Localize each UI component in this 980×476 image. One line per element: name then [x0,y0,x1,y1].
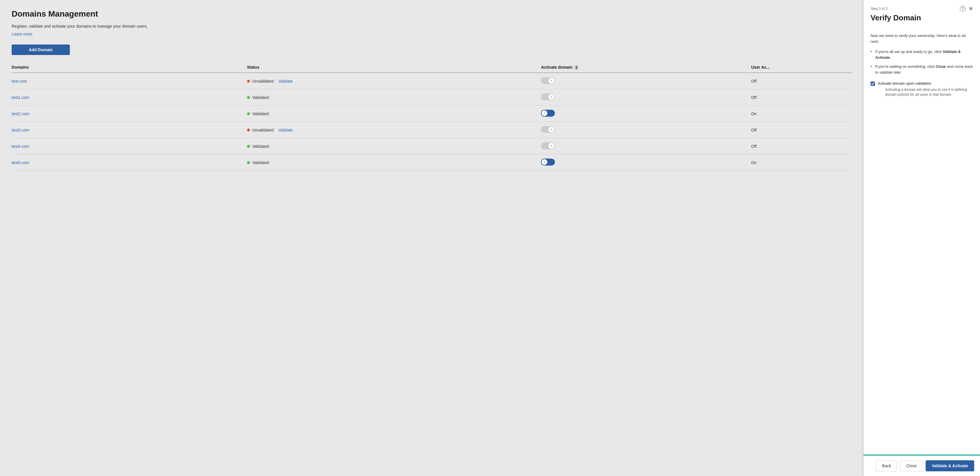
panel-body: Now we need to verify your ownership. He… [864,27,980,454]
activate-toggle[interactable]: ✕ [541,77,555,84]
domain-link[interactable]: test3.com [12,128,29,132]
status-dot [247,129,250,132]
domain-link[interactable]: test2.com [12,111,29,116]
status-text: Validated [252,111,269,116]
domain-link[interactable]: test.com [12,79,27,83]
activate-toggle[interactable]: ✓ [541,110,555,117]
panel-header: Step 3 of 3 ? ✕ Verify Domain [864,0,980,27]
panel-footer: Back Close Validate & Activate [864,455,980,476]
status-text: Validated [252,160,269,165]
intro-text: Now we need to verify your ownership. He… [870,33,973,44]
user-accounts-value: Off [751,73,852,89]
add-domain-button[interactable]: Add Domain [12,45,70,55]
close-button[interactable]: Close [900,460,923,471]
checkbox-description: Activating a domain will allow you to us… [885,87,973,97]
status-dot [247,161,250,164]
user-accounts-value: On [751,154,852,171]
domain-link[interactable]: test5.com [12,160,29,165]
col-header-status: Status [247,62,541,73]
activate-toggle[interactable]: ✓ [541,159,555,166]
activate-checkbox[interactable] [870,81,875,86]
table-row: test4.comValidated✕Off [12,138,852,154]
domains-table: Domains Status Activate domain ℹ User Ac… [12,62,852,171]
col-header-domains: Domains [12,62,247,73]
page-title: Domains Management [12,9,852,19]
validate-link[interactable]: Validate [278,128,293,132]
close-x-icon[interactable]: ✕ [969,6,973,11]
activate-toggle[interactable]: ✕ [541,142,555,149]
page-description: Register, validate and activate your dom… [12,23,852,29]
panel-title: Verify Domain [870,13,973,22]
table-row: test1.comValidated✕Off [12,89,852,106]
status-dot [247,80,250,83]
instruction-item-1: If you're all set up and ready to go, cl… [870,49,973,60]
main-content: Domains Management Register, validate an… [0,0,864,476]
status-dot [247,96,250,99]
table-row: test3.comUnvalidatedValidate✕Off [12,122,852,138]
table-row: test5.comValidated✓On [12,154,852,171]
status-dot [247,145,250,148]
sidebar-panel: Step 3 of 3 ? ✕ Verify Domain Now we nee… [864,0,980,476]
col-header-user: User Ac... [751,62,852,73]
checkbox-label[interactable]: Activate domain upon validation [878,81,931,86]
user-accounts-value: On [751,106,852,122]
validate-link[interactable]: Validate [278,79,293,83]
instructions-list: If you're all set up and ready to go, cl… [870,49,973,75]
domain-link[interactable]: test4.com [12,144,29,149]
instruction-item-2: If you're waiting on something, click Cl… [870,64,973,75]
activate-toggle[interactable]: ✕ [541,93,555,100]
status-text: Validated [252,144,269,149]
table-row: test.comUnvalidatedValidate✕Off [12,73,852,89]
status-text: Unvalidated [252,128,274,132]
col-header-activate: Activate domain ℹ [541,62,751,73]
checkbox-row: Activate domain upon validation Activati… [870,81,973,97]
status-text: Unvalidated [252,79,274,83]
user-accounts-value: Off [751,122,852,138]
status-text: Validated [252,95,269,100]
step-label: Step 3 of 3 [870,7,888,11]
learn-more-link[interactable]: Learn more [12,32,33,37]
info-icon: ℹ [575,65,578,70]
status-dot [247,112,250,115]
back-button[interactable]: Back [876,460,897,471]
activate-toggle[interactable]: ✕ [541,126,555,133]
user-accounts-value: Off [751,89,852,106]
help-icon[interactable]: ? [960,6,966,12]
domain-link[interactable]: test1.com [12,95,29,100]
table-row: test2.comValidated✓On [12,106,852,122]
user-accounts-value: Off [751,138,852,154]
validate-activate-button[interactable]: Validate & Activate [926,460,974,471]
step-info: Step 3 of 3 ? ✕ [870,6,973,12]
